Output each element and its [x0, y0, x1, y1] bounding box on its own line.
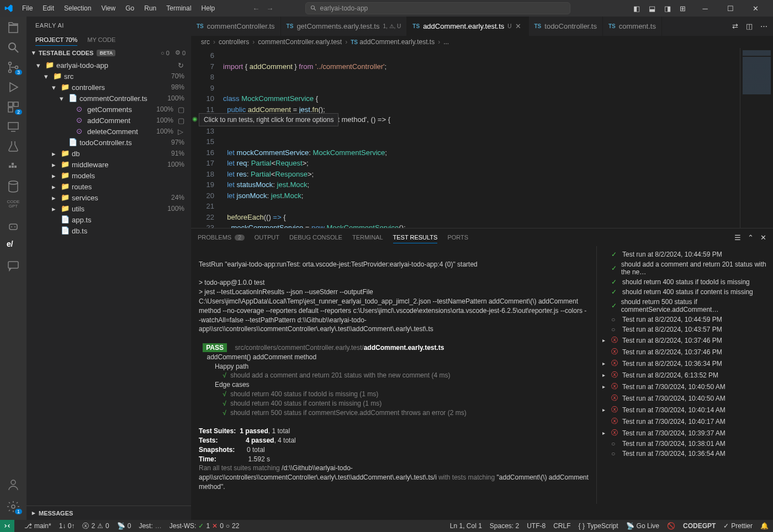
earlyai-icon[interactable]: e/: [7, 240, 20, 253]
editor-tab[interactable]: TSaddComment.early.test.tsU✕: [407, 17, 528, 36]
explorer-icon[interactable]: [7, 21, 20, 34]
bot-icon[interactable]: [7, 220, 20, 233]
port-indicator[interactable]: 📡0: [117, 522, 131, 530]
tree-item[interactable]: ▾📄commentController.ts100%: [32, 93, 191, 104]
tree-item[interactable]: ▾📁controllers98%: [32, 82, 191, 93]
maximize-panel-icon[interactable]: ⌃: [748, 233, 754, 242]
cursor-position[interactable]: Ln 1, Col 1: [450, 522, 482, 530]
split-icon[interactable]: ◫: [746, 22, 753, 30]
errors-indicator[interactable]: ⓧ2 ⚠0: [82, 522, 109, 531]
test-case-item[interactable]: ✓should return 400 status if content is …: [599, 287, 771, 297]
toggle-panel-right-icon[interactable]: ◨: [664, 4, 671, 13]
bell-icon[interactable]: 🔔: [760, 522, 769, 530]
golive-indicator[interactable]: 📡Go Live: [626, 522, 659, 530]
box-icon[interactable]: ▢: [178, 116, 187, 125]
encoding-indicator[interactable]: UTF-8: [527, 522, 546, 530]
test-run-item[interactable]: ○Test run at 8/2/2024, 10:44:59 PM: [599, 315, 771, 324]
more-icon[interactable]: ⋯: [760, 22, 767, 30]
test-case-item[interactable]: ✓should return 500 status if commentServ…: [599, 297, 771, 315]
editor[interactable]: Click to run tests, right click for more…: [191, 48, 773, 228]
menu-run[interactable]: Run: [140, 2, 161, 14]
test-run-item[interactable]: ▸ⓧTest run at 8/2/2024, 10:36:34 PM: [599, 358, 771, 369]
maximize-button[interactable]: ☐: [718, 0, 743, 17]
test-run-item[interactable]: ✓Test run at 8/2/2024, 10:44:59 PM: [599, 249, 771, 259]
test-case-item[interactable]: ✓should add a comment and return 201 sta…: [599, 259, 771, 277]
panel-tab-problems[interactable]: PROBLEMS 2: [198, 232, 245, 243]
code-content[interactable]: import { addComment } from '../commentCo…: [223, 48, 740, 228]
test-run-item[interactable]: ▸ⓧTest run at 7/30/2024, 10:40:14 AM: [599, 404, 771, 416]
minimap[interactable]: [740, 48, 773, 228]
menu-terminal[interactable]: Terminal: [162, 2, 195, 14]
panel-tab-output[interactable]: OUTPUT: [255, 232, 279, 243]
language-indicator[interactable]: { } TypeScript: [579, 522, 618, 530]
minimize-button[interactable]: ─: [692, 0, 718, 17]
compare-icon[interactable]: ⇄: [732, 22, 738, 30]
source-control-icon[interactable]: 3: [7, 61, 20, 74]
sync-indicator[interactable]: 1↓ 0↑: [59, 522, 75, 530]
settings-icon[interactable]: 1: [7, 500, 20, 513]
test-run-gutter-icon[interactable]: ◉: [191, 115, 199, 123]
docker-icon[interactable]: [7, 160, 20, 173]
tree-item[interactable]: ⊙getComments100%▢: [32, 104, 191, 115]
remote-explorer-icon[interactable]: [7, 120, 20, 134]
eol-indicator[interactable]: CRLF: [553, 522, 570, 530]
menu-file[interactable]: File: [18, 2, 37, 14]
testing-icon[interactable]: [7, 140, 20, 153]
tab-mycode[interactable]: MY CODE: [87, 34, 115, 46]
menu-go[interactable]: Go: [121, 2, 139, 14]
tree-item[interactable]: ⊙addComment100%▢: [32, 115, 191, 126]
tree-item[interactable]: ⊙deleteComment100%▷: [32, 126, 191, 137]
menu-help[interactable]: Help: [197, 2, 220, 14]
tree-item[interactable]: 📄db.ts: [32, 225, 191, 236]
tree-item[interactable]: ▸📁utils100%: [32, 203, 191, 214]
menu-view[interactable]: View: [97, 2, 120, 14]
layout-grid-icon[interactable]: ⊞: [680, 4, 686, 13]
editor-tab[interactable]: TStodoController.ts: [529, 17, 603, 36]
search-icon[interactable]: [7, 41, 20, 54]
breadcrumb-segment[interactable]: commentController.early.test: [258, 38, 342, 46]
box-icon[interactable]: ▢: [178, 105, 187, 114]
remote-indicator[interactable]: [0, 520, 14, 532]
menu-selection[interactable]: Selection: [60, 2, 96, 14]
test-run-item[interactable]: ⓧTest run at 8/2/2024, 10:37:46 PM: [599, 346, 771, 358]
tree-item[interactable]: ▸📁services24%: [32, 192, 191, 203]
editor-tab[interactable]: TScomment.ts: [603, 17, 662, 36]
test-run-item[interactable]: ⓧTest run at 7/30/2024, 10:40:17 AM: [599, 416, 771, 427]
panel-tab-debug-console[interactable]: DEBUG CONSOLE: [289, 232, 342, 243]
test-run-item[interactable]: ▸ⓧTest run at 7/30/2024, 10:39:37 AM: [599, 427, 771, 439]
nav-back-icon[interactable]: ←: [252, 4, 260, 13]
nav-forward-icon[interactable]: →: [266, 4, 273, 13]
chat-icon[interactable]: [7, 259, 20, 273]
test-run-item[interactable]: ▸ⓧTest run at 7/30/2024, 10:40:50 AM: [599, 381, 771, 392]
tree-item[interactable]: 📄app.ts: [32, 214, 191, 225]
tree-item[interactable]: ▸📁models: [32, 170, 191, 181]
panel-tab-test-results[interactable]: TEST RESULTS: [393, 232, 438, 243]
test-case-item[interactable]: ✓should return 400 status if todoId is m…: [599, 277, 771, 287]
codegpt-icon[interactable]: CODEGPT: [7, 200, 20, 213]
panel-tab-terminal[interactable]: TERMINAL: [352, 232, 383, 243]
jestws-indicator[interactable]: Jest-WS: ✓1 ✕0 ○22: [170, 522, 240, 530]
tab-close-icon[interactable]: ✕: [515, 22, 523, 30]
play-icon[interactable]: ▷: [178, 127, 187, 136]
test-run-item[interactable]: ○Test run at 7/30/2024, 10:38:01 AM: [599, 439, 771, 449]
branch-indicator[interactable]: ⎇main*: [24, 522, 51, 530]
panel-tab-ports[interactable]: PORTS: [447, 232, 468, 243]
test-run-item[interactable]: ⓧTest run at 7/30/2024, 10:40:50 AM: [599, 392, 771, 404]
command-center[interactable]: earlyai-todo-app: [305, 2, 570, 14]
jest-indicator[interactable]: Jest: …: [139, 522, 161, 530]
notifications-icon[interactable]: 🚫: [667, 522, 675, 530]
toggle-panel-left-icon[interactable]: ◧: [633, 4, 640, 13]
test-run-item[interactable]: ○Test run at 7/30/2024, 10:36:54 AM: [599, 449, 771, 459]
database-icon[interactable]: [7, 180, 20, 193]
close-panel-icon[interactable]: ✕: [760, 233, 766, 242]
tree-item[interactable]: ▸📁db91%: [32, 148, 191, 159]
breadcrumb-segment[interactable]: TS addComment.early.test.ts: [351, 38, 435, 46]
filter-icon[interactable]: ☰: [734, 233, 741, 242]
tree-item[interactable]: ▸📁middleware100%: [32, 159, 191, 170]
close-button[interactable]: ✕: [743, 0, 769, 17]
breadcrumb-segment[interactable]: ...: [443, 38, 449, 46]
prettier-indicator[interactable]: ✓Prettier: [723, 522, 753, 530]
tree-item[interactable]: ▾📁src70%: [32, 71, 191, 82]
extensions-icon[interactable]: 2: [7, 100, 20, 114]
tree-item[interactable]: ▸📁routes: [32, 181, 191, 192]
